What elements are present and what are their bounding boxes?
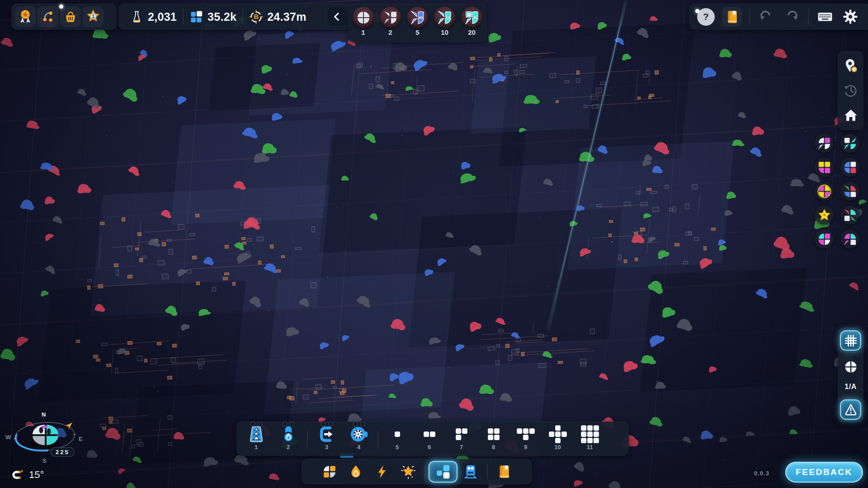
milestone-tree-button[interactable]	[38, 6, 58, 27]
feedback-button[interactable]: FEEDBACK	[785, 462, 863, 483]
pinned-shapes-list	[815, 134, 864, 249]
platforms-icon	[435, 464, 451, 479]
category-trains[interactable]	[458, 461, 484, 483]
coins-count: B 24.37m	[243, 10, 312, 24]
category-space-points[interactable]	[395, 461, 421, 483]
category-platforms[interactable]	[429, 461, 458, 483]
trains-icon	[463, 464, 478, 479]
shop-button[interactable]	[60, 6, 81, 27]
settings-button[interactable]	[841, 7, 860, 26]
divider	[307, 431, 308, 447]
undo-icon	[757, 7, 776, 26]
rank-button[interactable]: 1	[83, 6, 104, 27]
throughput-shape-10[interactable]: 10	[434, 7, 455, 36]
pinned-shape-10[interactable]	[840, 230, 859, 249]
shape-icon	[407, 7, 428, 28]
redo-button[interactable]	[782, 7, 801, 26]
wiki-button[interactable]	[722, 7, 742, 27]
toolbar-item-3[interactable]: 3	[311, 424, 343, 455]
variant-dots	[282, 422, 294, 427]
hotkey-label: 8	[492, 444, 495, 450]
toolbar-item-10[interactable]: 10	[542, 424, 574, 455]
throughput-shape-20[interactable]: 20	[461, 7, 482, 36]
version-label: 0.0.3	[754, 470, 769, 477]
throughput-shape-2[interactable]: 2	[380, 7, 401, 36]
pinned-shape-6[interactable]	[840, 182, 859, 201]
research-points: 2,031	[124, 10, 183, 24]
map-pin-add-icon	[843, 58, 859, 74]
pipe-icon	[278, 424, 299, 445]
pinned-shape-1[interactable]	[815, 134, 834, 153]
node-graph-icon	[40, 9, 56, 25]
shape-view-button[interactable]	[843, 359, 859, 375]
pinned-shape-8[interactable]	[840, 206, 859, 225]
category-knowledge[interactable]	[491, 461, 517, 483]
belt-icon	[246, 424, 267, 445]
pinned-shape-2[interactable]	[840, 134, 859, 153]
add-marker-button[interactable]	[841, 56, 860, 75]
toolbar-item-11[interactable]: 11	[574, 424, 606, 455]
knowledge-icon	[496, 464, 512, 479]
pinned-shape-3[interactable]	[815, 158, 834, 177]
divider	[487, 464, 488, 479]
pinned-shape-9[interactable]	[815, 230, 834, 249]
pie-shape-icon	[843, 359, 859, 375]
throughput-label: 5	[415, 28, 419, 36]
throughput-shape-5[interactable]: 5	[407, 7, 428, 36]
toolbar-item-8[interactable]: 8	[477, 424, 509, 455]
toolbar-item-1[interactable]: 1	[240, 424, 272, 455]
history-icon	[843, 83, 859, 99]
game-viewport[interactable]: 1 2,031 35.2k B 24.37m	[0, 0, 868, 488]
alerts-button[interactable]	[840, 399, 861, 420]
cutter-icon	[349, 424, 369, 445]
help-button[interactable]: ?	[693, 8, 718, 26]
book-icon	[725, 9, 740, 24]
grid-view-button[interactable]	[840, 330, 861, 351]
hotkey-label: 3	[325, 444, 328, 450]
divider	[377, 431, 378, 447]
category-shapes[interactable]	[316, 461, 343, 483]
history-button[interactable]	[841, 81, 860, 100]
throughput-label: 1	[361, 28, 365, 36]
platform-layout-icon	[547, 424, 568, 445]
resource-blobs	[0, 0, 868, 488]
medal-icon	[17, 9, 33, 25]
compass-heading-badge: 225	[51, 447, 75, 457]
pinned-shape-4[interactable]	[840, 158, 859, 177]
home-button[interactable]	[841, 106, 860, 125]
toolbar-item-2[interactable]: 2	[272, 424, 304, 455]
coin-icon: B	[249, 10, 263, 24]
undo-button[interactable]	[757, 7, 776, 26]
hotkey-label: 11	[587, 444, 593, 450]
build-toolbar: 1234567891011	[236, 422, 629, 456]
throughput-shape-1[interactable]: 1	[353, 7, 374, 36]
shapes-count: 35.2k	[184, 10, 242, 24]
toolbar-item-4[interactable]: 4	[343, 424, 375, 455]
shapes-icon	[189, 10, 203, 24]
space-points-icon	[401, 464, 416, 479]
notification-dot	[59, 5, 63, 9]
category-energy[interactable]	[369, 461, 395, 483]
platform-layout-icon	[483, 424, 504, 445]
toolbar-item-5[interactable]: 5	[381, 424, 413, 455]
divider	[425, 464, 425, 479]
home-icon	[843, 107, 859, 123]
topright-menu-panel: ?	[689, 4, 868, 30]
hotkey-label: 1	[255, 444, 258, 450]
keybindings-button[interactable]	[816, 7, 835, 26]
toolbar-item-9[interactable]: 9	[509, 424, 542, 455]
toolbar-item-6[interactable]: 6	[413, 424, 445, 455]
toolbar-item-7[interactable]: 7	[445, 424, 477, 455]
category-fluids[interactable]	[343, 461, 369, 483]
compass[interactable]: N E S W 225	[5, 410, 85, 465]
redo-icon	[782, 7, 801, 26]
achievements-button[interactable]	[15, 6, 36, 27]
collapse-resources-button[interactable]	[327, 7, 346, 26]
pinned-shape-7[interactable]	[815, 206, 834, 225]
shape-throughput-panel: 1251020	[348, 4, 487, 42]
resource-bar: 2,031 35.2k B 24.37m	[118, 4, 352, 30]
hotkey-label: 10	[554, 444, 561, 450]
right-nav-panel	[838, 51, 863, 130]
pinned-shape-5[interactable]	[815, 182, 834, 201]
coins-value: 24.37m	[267, 10, 307, 23]
